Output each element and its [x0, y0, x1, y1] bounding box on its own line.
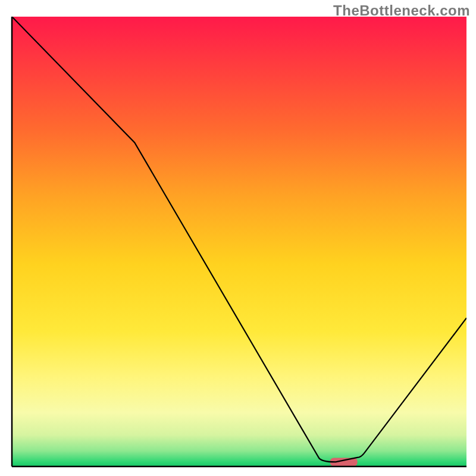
chart-svg [0, 0, 476, 476]
watermark-text: TheBottleneck.com [333, 2, 470, 19]
chart-container: TheBottleneck.com [0, 0, 476, 476]
plot-area [12, 17, 466, 466]
gradient-background [12, 17, 466, 466]
